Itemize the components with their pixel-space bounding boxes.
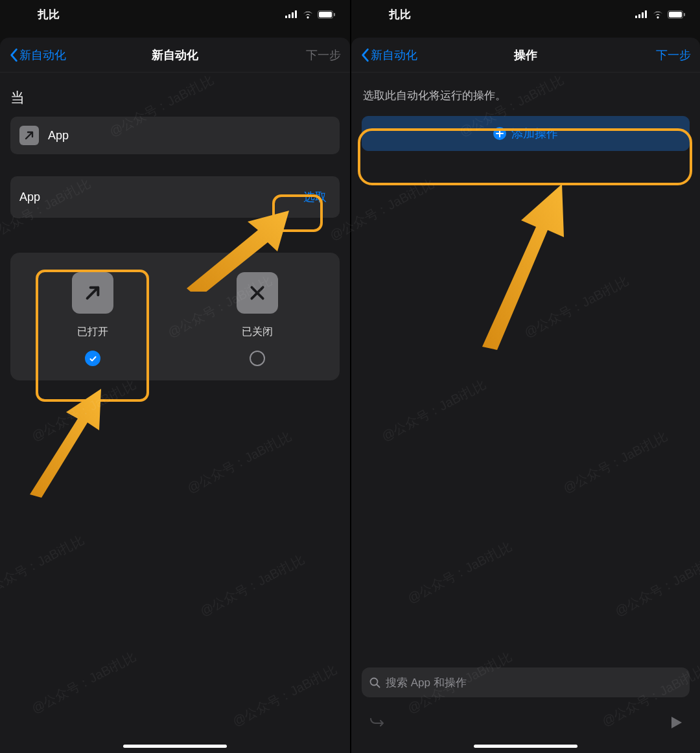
add-action-button[interactable]: 添加操作 — [362, 116, 690, 151]
option-closed[interactable]: 已关闭 — [175, 272, 340, 366]
cellular-signal-icon — [635, 10, 648, 18]
option-opened[interactable]: 已打开 — [10, 272, 175, 366]
svg-rect-9 — [642, 12, 644, 18]
trigger-cell[interactable]: App — [10, 117, 340, 154]
carrier-label: 扎比 — [38, 7, 60, 22]
svg-point-14 — [371, 678, 378, 685]
arrow-up-right-icon — [72, 272, 113, 314]
search-icon — [369, 677, 380, 688]
phone-right: 扎比 新自动化 操作 下一步 选取此自动化将运行的操作。 — [350, 0, 700, 753]
back-button[interactable]: 新自动化 — [9, 47, 66, 63]
svg-rect-5 — [319, 12, 332, 17]
app-row-label: App — [19, 191, 40, 204]
option-grid: 已打开 已关闭 — [10, 253, 340, 380]
nav-bar: 新自动化 新自动化 下一步 — [0, 38, 350, 73]
svg-line-15 — [377, 684, 380, 687]
svg-rect-2 — [292, 12, 294, 18]
wifi-icon — [302, 10, 314, 19]
radio-closed[interactable] — [250, 351, 265, 366]
nav-bar: 新自动化 操作 下一步 — [351, 38, 700, 73]
svg-rect-6 — [334, 13, 335, 16]
svg-rect-7 — [635, 16, 637, 18]
chevron-left-icon — [360, 48, 369, 62]
x-icon — [237, 272, 278, 314]
app-select-row: App 选取 — [10, 176, 340, 218]
svg-rect-12 — [669, 12, 682, 17]
battery-icon — [668, 10, 686, 19]
modal-sheet: 新自动化 操作 下一步 选取此自动化将运行的操作。 添加操作 搜索 App 和操… — [351, 38, 700, 753]
carrier-label: 扎比 — [389, 7, 411, 22]
svg-rect-3 — [295, 10, 297, 18]
svg-rect-8 — [638, 14, 640, 18]
choose-button[interactable]: 选取 — [299, 187, 331, 207]
search-placeholder: 搜索 App 和操作 — [386, 675, 467, 690]
home-indicator — [123, 745, 227, 748]
instruction-text: 选取此自动化将运行的操作。 — [363, 88, 688, 103]
svg-rect-10 — [645, 10, 647, 18]
back-label: 新自动化 — [19, 47, 66, 63]
status-icons — [635, 10, 686, 19]
trigger-label: App — [48, 129, 69, 143]
chevron-left-icon — [9, 48, 18, 62]
content-area: 选取此自动化将运行的操作。 添加操作 — [351, 73, 700, 163]
status-icons — [285, 10, 336, 19]
back-button[interactable]: 新自动化 — [360, 47, 417, 63]
next-button[interactable]: 下一步 — [306, 47, 341, 63]
svg-rect-1 — [288, 14, 290, 18]
add-action-label: 添加操作 — [511, 126, 558, 141]
app-launch-icon — [19, 126, 39, 145]
plus-circle-icon — [493, 127, 506, 140]
cellular-signal-icon — [285, 10, 298, 18]
next-button[interactable]: 下一步 — [656, 47, 691, 63]
option-closed-label: 已关闭 — [242, 325, 273, 339]
search-bar[interactable]: 搜索 App 和操作 — [362, 667, 690, 697]
undo-icon[interactable] — [368, 714, 385, 734]
play-icon[interactable] — [670, 715, 683, 732]
wifi-icon — [652, 10, 664, 19]
battery-icon — [318, 10, 336, 19]
radio-opened[interactable] — [85, 351, 100, 366]
modal-sheet: 新自动化 新自动化 下一步 当 App App 选取 — [0, 38, 350, 753]
checkmark-icon — [89, 354, 97, 363]
svg-rect-13 — [684, 13, 685, 16]
status-bar: 扎比 — [0, 0, 350, 29]
content-area: 当 App App 选取 已打开 — [0, 73, 350, 392]
when-label: 当 — [10, 88, 340, 108]
svg-rect-0 — [285, 16, 287, 18]
home-indicator — [474, 745, 578, 748]
back-label: 新自动化 — [371, 47, 417, 63]
status-bar: 扎比 — [351, 0, 700, 29]
option-opened-label: 已打开 — [77, 325, 108, 339]
phone-left: 扎比 新自动化 新自动化 下一步 当 — [0, 0, 350, 753]
toolbar — [351, 708, 700, 740]
